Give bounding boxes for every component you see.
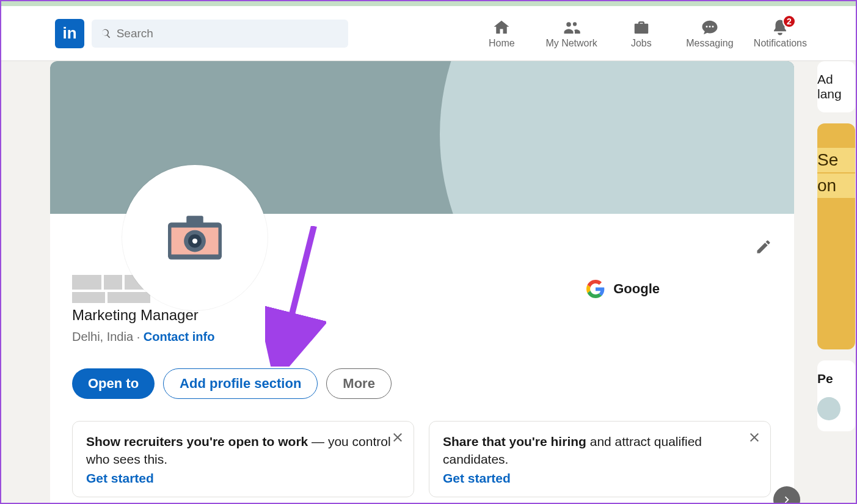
edit-profile-button[interactable] — [755, 238, 772, 258]
company-name: Google — [613, 281, 660, 297]
search-input[interactable] — [117, 27, 340, 40]
close-icon — [747, 430, 762, 445]
profile-card: Marketing Manager Delhi, India · Contact… — [50, 61, 794, 504]
get-started-link[interactable]: Get started — [86, 471, 154, 486]
notification-badge: 2 — [782, 15, 796, 28]
nav-list: Home My Network Jobs Messaging 2 Notific… — [477, 18, 807, 49]
sidebar-language-card[interactable]: Ad lang — [817, 61, 855, 112]
hiring-card: Share that you're hiring and attract qua… — [429, 421, 771, 497]
briefcase-icon — [632, 18, 651, 37]
card-title: Share that you're hiring — [443, 434, 586, 448]
search-icon — [100, 27, 112, 40]
nav-label: Notifications — [754, 38, 807, 49]
nav-network[interactable]: My Network — [545, 18, 597, 49]
profile-location-row: Delhi, India · Contact info — [72, 330, 772, 344]
chat-icon — [701, 18, 719, 37]
open-to-work-card: Show recruiters you're open to work — yo… — [72, 421, 414, 497]
svg-rect-1 — [186, 216, 203, 224]
nav-label: Messaging — [686, 38, 733, 49]
sidebar-text: Pe — [817, 371, 855, 386]
avatar-placeholder — [817, 397, 841, 420]
sidebar-promo-card[interactable]: Se on — [817, 123, 855, 349]
sidebar-text: Ad — [817, 72, 855, 87]
profile-headline: Marketing Manager — [72, 307, 772, 324]
svg-point-5 — [192, 238, 197, 243]
close-card-button[interactable] — [747, 430, 762, 447]
sidebar-text: lang — [817, 87, 855, 101]
close-icon — [390, 430, 405, 445]
pencil-icon — [755, 238, 772, 255]
nav-label: My Network — [545, 38, 597, 49]
search-wrapper[interactable] — [92, 20, 348, 48]
people-icon — [563, 18, 581, 37]
linkedin-logo[interactable]: in — [55, 19, 84, 48]
sidebar-text: Se — [817, 148, 855, 172]
global-navbar: in Home My Network Jobs Messaging 2 Noti… — [1, 6, 856, 61]
open-to-button[interactable]: Open to — [72, 368, 155, 399]
current-company[interactable]: Google — [586, 280, 660, 298]
home-icon — [492, 18, 511, 37]
google-logo-icon — [586, 280, 605, 298]
nav-messaging[interactable]: Messaging — [685, 18, 734, 49]
more-button[interactable]: More — [326, 368, 392, 399]
sidebar-text: on — [817, 173, 855, 198]
camera-icon — [168, 216, 222, 260]
nav-home[interactable]: Home — [477, 18, 526, 49]
card-title: Show recruiters you're open to work — [86, 434, 308, 448]
profile-photo[interactable] — [122, 165, 268, 310]
sidebar-people-card[interactable]: Pe — [817, 360, 855, 431]
chevron-right-icon — [780, 493, 793, 504]
contact-info-link[interactable]: Contact info — [144, 330, 215, 343]
nav-notifications[interactable]: 2 Notifications — [754, 18, 807, 49]
window-top-border — [1, 1, 856, 6]
cover-decoration — [440, 61, 794, 214]
nav-label: Jobs — [631, 38, 652, 49]
add-profile-section-button[interactable]: Add profile section — [163, 368, 318, 399]
profile-location: Delhi, India — [72, 330, 133, 343]
close-card-button[interactable] — [390, 430, 405, 447]
get-started-link[interactable]: Get started — [443, 471, 511, 486]
nav-label: Home — [489, 38, 515, 49]
nav-jobs[interactable]: Jobs — [617, 18, 666, 49]
